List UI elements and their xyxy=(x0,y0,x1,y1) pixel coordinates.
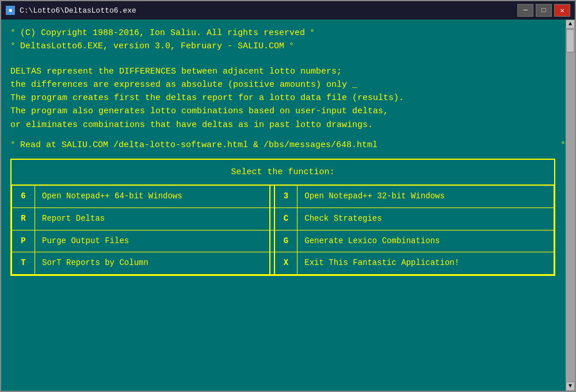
key-x[interactable]: X xyxy=(274,252,297,275)
window-title: C:\Lotto6\DeltasLotto6.exe xyxy=(20,6,136,15)
menu-row-2: R Report Deltas C Check Strategies xyxy=(12,207,554,230)
bullet-1r: ° xyxy=(310,26,315,40)
read-line-inner: ° Read at SALIU.COM /delta-lotto-softwar… xyxy=(10,139,377,152)
separator-1 xyxy=(270,186,274,208)
key-t[interactable]: T xyxy=(12,252,35,275)
app-icon: ■ xyxy=(6,6,15,15)
label-c[interactable]: Check Strategies xyxy=(297,207,554,230)
scroll-down-arrow[interactable]: ▼ xyxy=(566,382,575,391)
main-window: ■ C:\Lotto6\DeltasLotto6.exe — □ ✕ ° (C)… xyxy=(0,0,576,392)
label-g[interactable]: Generate Lexico Combinations xyxy=(297,230,554,252)
desc-line-2: the differences are expressed as absolut… xyxy=(10,78,566,91)
console-content: ° (C) Copyright 1988-2016, Ion Saliu. Al… xyxy=(1,20,575,391)
key-p[interactable]: P xyxy=(12,230,35,252)
bullet-3: ° xyxy=(10,139,16,152)
scrollbar[interactable]: ▲ ▼ xyxy=(566,20,575,391)
scroll-thumb[interactable] xyxy=(566,29,574,52)
key-r[interactable]: R xyxy=(12,207,35,230)
close-button[interactable]: ✕ xyxy=(554,4,570,17)
read-section: ° Read at SALIU.COM /delta-lotto-softwar… xyxy=(10,139,566,152)
separator-3 xyxy=(270,230,274,252)
bullet-2r: ° xyxy=(289,40,294,53)
menu-row-3: P Purge Output Files G Generate Lexico C… xyxy=(12,230,554,252)
label-p[interactable]: Purge Output Files xyxy=(35,230,270,252)
bullet-2: ° xyxy=(10,40,16,53)
label-r[interactable]: Report Deltas xyxy=(35,207,270,230)
spacer-1 xyxy=(10,58,566,65)
key-6[interactable]: 6 xyxy=(12,186,35,208)
menu-row-4: T SorT Reports by Column X Exit This Fan… xyxy=(12,252,554,275)
label-t[interactable]: SorT Reports by Column xyxy=(35,252,270,275)
version-line: ° DeltasLotto6.EXE, version 3.0, Februar… xyxy=(10,40,566,53)
key-3[interactable]: 3 xyxy=(274,186,297,208)
version-text: DeltasLotto6.EXE, version 3.0, February … xyxy=(20,40,284,53)
title-bar-left: ■ C:\Lotto6\DeltasLotto6.exe xyxy=(6,6,136,15)
menu-box: Select the function: 6 Open Notepad++ 64… xyxy=(10,159,555,276)
separator-2 xyxy=(270,207,274,230)
menu-header: Select the function: xyxy=(12,160,554,185)
bullet-3r: ° xyxy=(560,139,566,152)
copyright-section: ° (C) Copyright 1988-2016, Ion Saliu. Al… xyxy=(10,26,566,53)
desc-line-1: DELTAS represent the DIFFERENCES between… xyxy=(10,65,566,78)
desc-line-5: or eliminates combinations that have del… xyxy=(10,118,566,132)
desc-line-4: The program also generates lotto combina… xyxy=(10,105,566,118)
label-3[interactable]: Open Notepad++ 32-bit Windows xyxy=(297,186,554,208)
description-section: DELTAS represent the DIFFERENCES between… xyxy=(10,65,566,132)
title-bar: ■ C:\Lotto6\DeltasLotto6.exe — □ ✕ xyxy=(1,1,575,20)
scroll-up-arrow[interactable]: ▲ xyxy=(566,20,575,29)
menu-row-1: 6 Open Notepad++ 64-bit Windows 3 Open N… xyxy=(12,186,554,208)
label-x[interactable]: Exit This Fantastic Application! xyxy=(297,252,554,275)
maximize-button[interactable]: □ xyxy=(536,4,552,17)
copyright-line: ° (C) Copyright 1988-2016, Ion Saliu. Al… xyxy=(10,26,566,40)
copyright-text: (C) Copyright 1988-2016, Ion Saliu. All … xyxy=(20,26,305,40)
key-c[interactable]: C xyxy=(274,207,297,230)
spacer-2 xyxy=(10,152,566,159)
bullet-1: ° xyxy=(10,26,16,40)
label-6[interactable]: Open Notepad++ 64-bit Windows xyxy=(35,186,270,208)
minimize-button[interactable]: — xyxy=(517,4,533,17)
key-g[interactable]: G xyxy=(274,230,297,252)
desc-line-3: The program creates first the deltas rep… xyxy=(10,91,566,105)
read-text: Read at SALIU.COM /delta-lotto-software.… xyxy=(20,139,377,152)
separator-4 xyxy=(270,252,274,275)
menu-table: 6 Open Notepad++ 64-bit Windows 3 Open N… xyxy=(12,185,554,275)
scroll-track xyxy=(566,29,575,382)
title-bar-controls: — □ ✕ xyxy=(517,4,570,17)
